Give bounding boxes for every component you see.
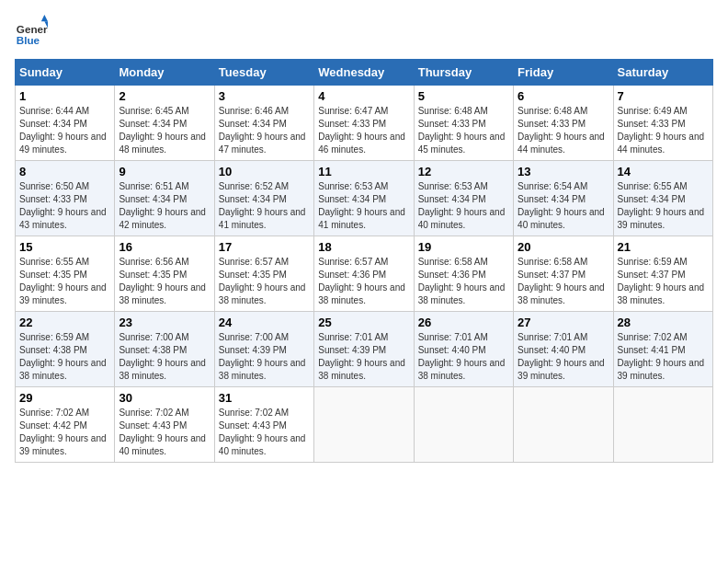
day-number: 19 — [418, 240, 509, 254]
day-info: Sunrise: 7:02 AMSunset: 4:43 PMDaylight:… — [119, 408, 206, 456]
calendar-day-18: 18 Sunrise: 6:57 AMSunset: 4:36 PMDaylig… — [314, 236, 414, 312]
day-number: 14 — [618, 165, 709, 178]
day-header-thursday: Thursday — [414, 60, 513, 86]
day-number: 6 — [518, 89, 609, 103]
day-info: Sunrise: 6:53 AMSunset: 4:34 PMDaylight:… — [318, 181, 405, 230]
day-number: 27 — [518, 316, 609, 329]
calendar-day-13: 13 Sunrise: 6:54 AMSunset: 4:34 PMDaylig… — [514, 161, 613, 236]
calendar-day-6: 6 Sunrise: 6:48 AMSunset: 4:33 PMDayligh… — [514, 86, 613, 161]
day-info: Sunrise: 6:56 AMSunset: 4:35 PMDaylight:… — [119, 257, 206, 305]
day-info: Sunrise: 6:57 AMSunset: 4:36 PMDaylight:… — [318, 257, 405, 305]
day-number: 12 — [418, 165, 509, 178]
day-info: Sunrise: 7:01 AMSunset: 4:40 PMDaylight:… — [418, 332, 506, 381]
calendar-day-24: 24 Sunrise: 7:00 AMSunset: 4:39 PMDaylig… — [214, 312, 313, 387]
day-number: 5 — [418, 89, 509, 103]
svg-text:General: General — [17, 23, 48, 35]
day-header-wednesday: Wednesday — [314, 60, 414, 86]
calendar-table: SundayMondayTuesdayWednesdayThursdayFrid… — [15, 59, 713, 463]
calendar-day-20: 20 Sunrise: 6:58 AMSunset: 4:37 PMDaylig… — [514, 236, 613, 312]
day-number: 1 — [19, 89, 110, 103]
day-info: Sunrise: 6:51 AMSunset: 4:34 PMDaylight:… — [119, 181, 206, 230]
day-number: 8 — [19, 165, 110, 178]
calendar-day-3: 3 Sunrise: 6:46 AMSunset: 4:34 PMDayligh… — [214, 86, 313, 161]
calendar-day-17: 17 Sunrise: 6:57 AMSunset: 4:35 PMDaylig… — [214, 236, 313, 312]
day-number: 23 — [119, 316, 210, 329]
day-info: Sunrise: 7:02 AMSunset: 4:42 PMDaylight:… — [19, 408, 107, 456]
day-number: 13 — [518, 165, 609, 178]
day-number: 24 — [219, 316, 310, 329]
calendar-day-4: 4 Sunrise: 6:47 AMSunset: 4:33 PMDayligh… — [314, 86, 414, 161]
calendar-day-7: 7 Sunrise: 6:49 AMSunset: 4:33 PMDayligh… — [613, 86, 712, 161]
day-info: Sunrise: 6:46 AMSunset: 4:34 PMDaylight:… — [219, 106, 306, 155]
calendar-day-2: 2 Sunrise: 6:45 AMSunset: 4:34 PMDayligh… — [115, 86, 214, 161]
day-info: Sunrise: 6:48 AMSunset: 4:33 PMDaylight:… — [418, 106, 506, 155]
day-header-tuesday: Tuesday — [214, 60, 313, 86]
day-info: Sunrise: 6:58 AMSunset: 4:37 PMDaylight:… — [518, 257, 605, 305]
day-number: 7 — [618, 89, 709, 103]
day-number: 3 — [219, 89, 310, 103]
calendar-week-2: 8 Sunrise: 6:50 AMSunset: 4:33 PMDayligh… — [16, 161, 713, 236]
day-info: Sunrise: 6:58 AMSunset: 4:36 PMDaylight:… — [418, 257, 506, 305]
day-number: 22 — [19, 316, 110, 329]
calendar-week-4: 22 Sunrise: 6:59 AMSunset: 4:38 PMDaylig… — [16, 312, 713, 387]
logo: General Blue — [15, 15, 48, 48]
day-info: Sunrise: 6:47 AMSunset: 4:33 PMDaylight:… — [318, 106, 405, 155]
day-info: Sunrise: 6:57 AMSunset: 4:35 PMDaylight:… — [219, 257, 306, 305]
calendar-day-8: 8 Sunrise: 6:50 AMSunset: 4:33 PMDayligh… — [16, 161, 115, 236]
calendar-day-11: 11 Sunrise: 6:53 AMSunset: 4:34 PMDaylig… — [314, 161, 414, 236]
empty-cell — [314, 387, 414, 463]
calendar-day-23: 23 Sunrise: 7:00 AMSunset: 4:38 PMDaylig… — [115, 312, 214, 387]
day-number: 20 — [518, 240, 609, 254]
day-info: Sunrise: 6:49 AMSunset: 4:33 PMDaylight:… — [618, 106, 705, 155]
day-number: 26 — [418, 316, 509, 329]
day-number: 17 — [219, 240, 310, 254]
day-number: 11 — [318, 165, 409, 178]
day-info: Sunrise: 6:50 AMSunset: 4:33 PMDaylight:… — [19, 181, 107, 230]
page-header: General Blue — [15, 15, 713, 48]
calendar-day-21: 21 Sunrise: 6:59 AMSunset: 4:37 PMDaylig… — [613, 236, 712, 312]
day-info: Sunrise: 7:02 AMSunset: 4:41 PMDaylight:… — [618, 332, 705, 381]
calendar-day-30: 30 Sunrise: 7:02 AMSunset: 4:43 PMDaylig… — [115, 387, 214, 463]
day-number: 30 — [119, 391, 210, 405]
day-number: 15 — [19, 240, 110, 254]
day-info: Sunrise: 6:53 AMSunset: 4:34 PMDaylight:… — [418, 181, 506, 230]
calendar-day-12: 12 Sunrise: 6:53 AMSunset: 4:34 PMDaylig… — [414, 161, 513, 236]
calendar-day-31: 31 Sunrise: 7:02 AMSunset: 4:43 PMDaylig… — [214, 387, 313, 463]
calendar-week-1: 1 Sunrise: 6:44 AMSunset: 4:34 PMDayligh… — [16, 86, 713, 161]
svg-marker-2 — [41, 15, 48, 21]
empty-cell — [514, 387, 613, 463]
calendar-day-22: 22 Sunrise: 6:59 AMSunset: 4:38 PMDaylig… — [16, 312, 115, 387]
calendar-day-10: 10 Sunrise: 6:52 AMSunset: 4:34 PMDaylig… — [214, 161, 313, 236]
day-info: Sunrise: 7:00 AMSunset: 4:39 PMDaylight:… — [219, 332, 306, 381]
day-info: Sunrise: 6:55 AMSunset: 4:35 PMDaylight:… — [19, 257, 107, 305]
day-info: Sunrise: 7:01 AMSunset: 4:40 PMDaylight:… — [518, 332, 605, 381]
day-header-monday: Monday — [115, 60, 214, 86]
calendar-day-29: 29 Sunrise: 7:02 AMSunset: 4:42 PMDaylig… — [16, 387, 115, 463]
day-header-friday: Friday — [514, 60, 613, 86]
day-number: 25 — [318, 316, 409, 329]
calendar-day-27: 27 Sunrise: 7:01 AMSunset: 4:40 PMDaylig… — [514, 312, 613, 387]
day-number: 28 — [618, 316, 709, 329]
day-number: 10 — [219, 165, 310, 178]
calendar-day-15: 15 Sunrise: 6:55 AMSunset: 4:35 PMDaylig… — [16, 236, 115, 312]
day-number: 29 — [19, 391, 110, 405]
day-info: Sunrise: 6:44 AMSunset: 4:34 PMDaylight:… — [19, 106, 107, 155]
day-info: Sunrise: 7:00 AMSunset: 4:38 PMDaylight:… — [119, 332, 206, 381]
day-info: Sunrise: 6:54 AMSunset: 4:34 PMDaylight:… — [518, 181, 605, 230]
day-info: Sunrise: 6:45 AMSunset: 4:34 PMDaylight:… — [119, 106, 206, 155]
calendar-day-19: 19 Sunrise: 6:58 AMSunset: 4:36 PMDaylig… — [414, 236, 513, 312]
day-info: Sunrise: 6:59 AMSunset: 4:37 PMDaylight:… — [618, 257, 705, 305]
calendar-day-9: 9 Sunrise: 6:51 AMSunset: 4:34 PMDayligh… — [115, 161, 214, 236]
day-number: 2 — [119, 89, 210, 103]
day-number: 9 — [119, 165, 210, 178]
day-number: 21 — [618, 240, 709, 254]
svg-text:Blue: Blue — [17, 34, 40, 46]
day-header-sunday: Sunday — [16, 60, 115, 86]
calendar-day-28: 28 Sunrise: 7:02 AMSunset: 4:41 PMDaylig… — [613, 312, 712, 387]
calendar-day-16: 16 Sunrise: 6:56 AMSunset: 4:35 PMDaylig… — [115, 236, 214, 312]
day-number: 4 — [318, 89, 409, 103]
day-info: Sunrise: 7:01 AMSunset: 4:39 PMDaylight:… — [318, 332, 405, 381]
calendar-day-26: 26 Sunrise: 7:01 AMSunset: 4:40 PMDaylig… — [414, 312, 513, 387]
day-info: Sunrise: 6:59 AMSunset: 4:38 PMDaylight:… — [19, 332, 107, 381]
empty-cell — [613, 387, 712, 463]
